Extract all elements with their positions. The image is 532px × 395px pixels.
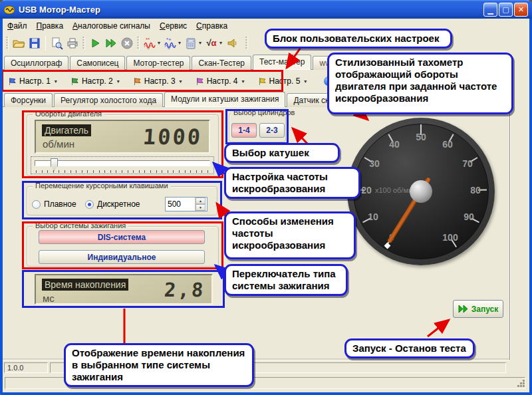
dwell-lcd-units: мс [43, 293, 128, 304]
tab-test-master[interactable]: Тест-мастер [253, 55, 311, 70]
stop-icon[interactable] [119, 35, 135, 51]
tachometer-gauge: 0 10 20 30 40 50 60 70 80 90 100 x100 об… [347, 118, 495, 265]
open-folder-icon[interactable] [11, 35, 27, 51]
svg-text:*+: *+ [166, 37, 172, 43]
radio-selected-icon[interactable] [85, 200, 94, 209]
tab-injectors[interactable]: Форсунки [4, 93, 53, 107]
rpm-slider-ticks [36, 170, 210, 173]
settings-2-button[interactable]: Настр. 2 [66, 74, 124, 88]
callout-dwell-display: Отображение времени накопления в выбранн… [64, 343, 254, 387]
maximize-button[interactable]: ▢ [499, 3, 513, 17]
minimize-button[interactable]: ▁ [483, 3, 497, 17]
gauge-hub [410, 180, 432, 203]
cursor-legend: Перемещение курсорными клавишами [33, 182, 171, 190]
sound-icon[interactable] [224, 35, 240, 51]
dwell-lcd-label: Время накопления [42, 279, 128, 291]
resize-grip[interactable] [516, 378, 525, 388]
tab-recorder[interactable]: Самописец [70, 56, 125, 70]
cylinders-legend: Выбор цилиндров [231, 108, 297, 116]
version-status: 1.0.0 [4, 362, 48, 373]
close-button[interactable]: ✕ [514, 3, 528, 17]
arrow-to-start-button [428, 320, 449, 336]
settings-1-button[interactable]: Настр. 1 [4, 74, 61, 88]
gauge-label-100: 100 [442, 232, 458, 243]
flag-orange-icon [133, 77, 142, 86]
fast-forward-icon [458, 305, 468, 313]
spin-down-icon[interactable]: ▼ [196, 204, 205, 211]
callout-ignition-switch: Переключатель типа системы зажигания [224, 264, 348, 296]
sqrt-alpha-icon[interactable]: √α [203, 35, 219, 51]
app-window: USB Мотор-Мастер ▁ ▢ ✕ Файл Правка Анало… [0, 0, 532, 395]
dwell-lcd: Время накопления мс 2,8 [35, 274, 213, 305]
start-test-button[interactable]: Запуск [453, 300, 503, 318]
rpm-slider-track[interactable] [35, 160, 210, 166]
menu-help[interactable]: Справка [192, 20, 232, 32]
menu-analog-signals[interactable]: Аналоговые сигналы [68, 20, 155, 32]
tab-motor-tester[interactable]: Мотор-тестер [126, 56, 190, 70]
gauge-label-10: 10 [368, 211, 378, 222]
print-preview-icon[interactable] [49, 35, 65, 51]
gauge-label-20: 20 [361, 185, 372, 196]
rpm-legend: Обороты двигателя [33, 110, 104, 118]
user-settings-row: Настр. 1 Настр. 2 Настр. 3 Настр. 4 Наст… [4, 72, 374, 90]
callout-tachometer: Стилизованный тахометр отображающий обор… [327, 53, 513, 114]
individual-button[interactable]: Индивидуальное [39, 250, 205, 264]
callout-freq-methods: Способы изменения частоты искрообразован… [224, 211, 356, 259]
settings-5-button[interactable]: Настр. 5 [254, 74, 311, 88]
gauge-label-50: 50 [416, 132, 426, 142]
flag-yellow-icon [258, 77, 267, 86]
cylinders-1-4-button[interactable]: 1-4 [231, 123, 257, 138]
cylinders-2-3-button[interactable]: 2-3 [259, 123, 285, 138]
step-input[interactable] [166, 198, 195, 211]
settings-4-button[interactable]: Настр. 4 [192, 74, 249, 88]
callout-user-settings: Блок пользовательских настроек [265, 29, 452, 49]
gauge-label-90: 90 [464, 211, 474, 222]
analog-signal-blue-icon[interactable]: *+ [162, 35, 178, 51]
menu-edit[interactable]: Правка [32, 20, 68, 32]
toolbar-grip [6, 37, 9, 50]
gauge-label-40: 40 [389, 139, 400, 150]
window-title: USB Мотор-Мастер [19, 5, 482, 15]
ignition-legend: Выбор системы зажигания [33, 221, 128, 229]
gauge-label-70: 70 [462, 158, 473, 169]
app-logo-icon [4, 5, 15, 15]
tab-idle-regulator[interactable]: Регулятор холостого хода [54, 93, 163, 107]
menu-file[interactable]: Файл [3, 20, 32, 32]
callout-spark-freq: Настройка частоты искрообразования [224, 167, 360, 199]
chevron-down-icon[interactable]: ▾ [199, 40, 201, 46]
dwell-lcd-value: 2,8 [163, 279, 205, 301]
radio-smooth[interactable]: Плавное [32, 199, 76, 209]
spin-up-icon[interactable]: ▲ [196, 198, 205, 204]
toolbar-grip [82, 37, 85, 50]
tab-oscilloscope[interactable]: Осциллограф [4, 56, 68, 70]
dis-system-button[interactable]: DIS-система [39, 230, 205, 244]
flag-blue-icon [8, 77, 17, 86]
rpm-lcd-units: об/мин [43, 138, 91, 150]
chevron-down-icon[interactable]: ▾ [158, 40, 160, 46]
tab-scan-tester[interactable]: Скан-Тестер [192, 56, 251, 70]
title-bar: USB Мотор-Мастер ▁ ▢ ✕ [0, 0, 532, 19]
rpm-lcd-label: Двигатель [42, 124, 91, 136]
chevron-down-icon[interactable]: ▾ [178, 40, 181, 46]
sub-tab-bar: Форсунки Регулятор холостого хода Модули… [4, 92, 382, 107]
save-icon[interactable] [27, 35, 43, 51]
analog-signal-red-icon[interactable]: ** [142, 35, 158, 51]
rpm-lcd-value: 1000 [142, 124, 203, 150]
gauge-label-60: 60 [442, 139, 453, 150]
step-spinner: ▲ ▼ [165, 197, 207, 211]
tab-ignition-modules[interactable]: Модули и катушки зажигания [164, 92, 285, 107]
gauge-label-30: 30 [369, 158, 380, 169]
flag-purple-icon [196, 77, 204, 86]
fast-forward-icon[interactable] [103, 35, 119, 51]
radio-discrete[interactable]: Дискретное [85, 199, 140, 209]
chevron-down-icon[interactable]: ▾ [219, 40, 222, 46]
menu-service[interactable]: Сервис [155, 20, 192, 32]
gauge-label-80: 80 [470, 185, 481, 196]
rpm-lcd: Двигатель об/мин 1000 [35, 120, 210, 154]
start-icon[interactable] [87, 35, 103, 51]
flag-green-icon [70, 77, 79, 86]
radio-circle-icon[interactable] [32, 200, 41, 209]
settings-3-button[interactable]: Настр. 3 [129, 74, 186, 88]
print-icon[interactable] [65, 35, 80, 51]
calculator-icon[interactable] [183, 35, 199, 51]
